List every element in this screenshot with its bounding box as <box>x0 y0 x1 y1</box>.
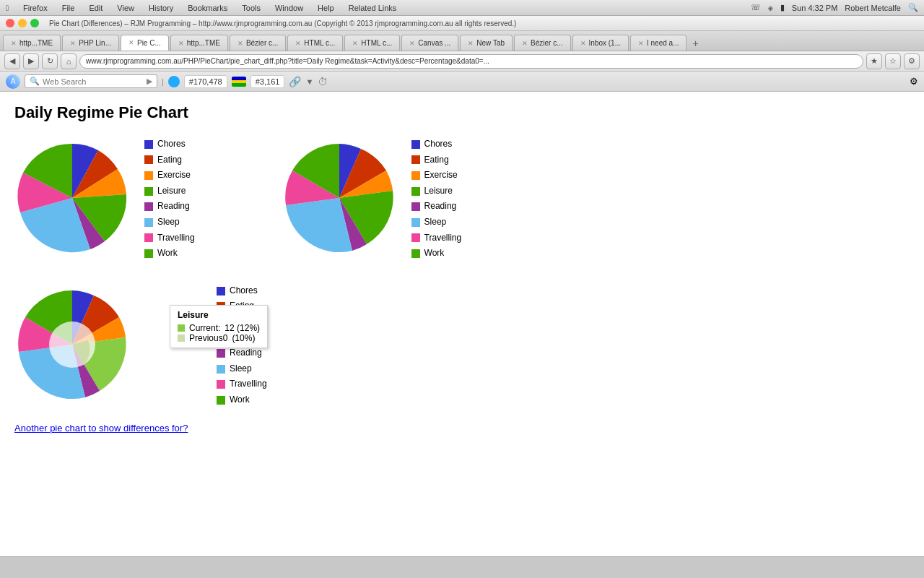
reload-button[interactable]: ↻ <box>42 53 58 69</box>
legend-chores: Chores <box>144 137 195 152</box>
legend3-label-travelling: Travelling <box>230 376 267 392</box>
tab-bar: ✕http...TME ✕PHP Lin... ✕Pie C... ✕http.… <box>0 31 924 51</box>
link-icon: 🔗 <box>289 76 301 87</box>
menu-edit[interactable]: Edit <box>89 4 103 12</box>
tab-8[interactable]: ✕New Tab <box>460 35 513 51</box>
tooltip-row-current: Current: 12 (12%) <box>178 323 260 333</box>
clock: Sun 4:32 PM <box>792 4 838 12</box>
address-bar[interactable] <box>79 54 863 69</box>
tab-2[interactable]: ✕Pie C... <box>121 35 169 51</box>
legend-color-eating <box>144 155 153 164</box>
menu-bookmarks[interactable]: Bookmarks <box>188 4 227 12</box>
chart1-pie <box>14 140 130 258</box>
tab-7[interactable]: ✕Canvas ... <box>401 35 458 51</box>
legend-label-work: Work <box>157 246 178 262</box>
tab-10[interactable]: ✕Inbox (1... <box>572 35 629 51</box>
legend-label-leisure: Leisure <box>157 184 186 199</box>
footer-link[interactable]: Another pie chart to show differences fo… <box>14 423 188 434</box>
legend2-sleep: Sleep <box>411 215 462 230</box>
legend3-work: Work <box>217 392 267 408</box>
legend3-color-work <box>217 396 225 405</box>
legend3-color-chores <box>217 287 225 296</box>
tooltip-row-previous: Previous0 (10%) <box>178 333 260 343</box>
search-icon: 🔍 <box>30 77 40 86</box>
legend-eating: Eating <box>144 152 195 168</box>
legend2-reading: Reading <box>411 199 462 215</box>
legend2-color-exercise <box>411 171 420 180</box>
menu-view[interactable]: View <box>117 4 134 12</box>
menu-file[interactable]: File <box>62 4 75 12</box>
navbar: ◀ ▶ ↻ ⌂ ★ ☆ ⚙ <box>0 51 924 72</box>
tab-9[interactable]: ✕Bézier c... <box>514 35 570 51</box>
legend-label-reading: Reading <box>157 199 190 215</box>
search-bar-wrap[interactable]: 🔍 ▶ <box>25 74 157 88</box>
chart1-container: Chores Eating Exercise Leisure Reading <box>14 137 195 262</box>
dropdown-icon[interactable]: ▼ <box>305 77 313 86</box>
traffic-lights <box>6 19 39 27</box>
rank1-badge: #170,478 <box>184 75 227 88</box>
menu-tools[interactable]: Tools <box>242 4 261 12</box>
legend2-color-reading <box>411 202 420 211</box>
legend2-label-sleep: Sleep <box>424 215 447 230</box>
tab-3[interactable]: ✕http...TME <box>170 35 228 51</box>
new-tab-button[interactable]: + <box>688 36 702 51</box>
tooltip-current-value: 12 (12%) <box>225 323 260 333</box>
apple-menu[interactable]:  <box>6 4 9 12</box>
close-button[interactable] <box>6 19 14 27</box>
forward-button[interactable]: ▶ <box>23 53 39 69</box>
minimize-button[interactable] <box>18 19 27 27</box>
tooltip-swatch-previous <box>178 335 185 342</box>
menu-window[interactable]: Window <box>275 4 303 12</box>
legend2-label-exercise: Exercise <box>424 168 458 184</box>
menu-related[interactable]: Related Links <box>349 4 397 12</box>
home-button[interactable]: ⌂ <box>61 53 77 69</box>
legend2-eating: Eating <box>411 152 462 168</box>
globe-icon <box>168 76 180 87</box>
chart3-container: Leisure Current: 12 (12%) Previous0 (10%… <box>14 283 910 408</box>
bookmark-button[interactable]: ★ <box>866 53 882 69</box>
legend2-label-leisure: Leisure <box>424 184 453 199</box>
maximize-button[interactable] <box>30 19 39 27</box>
window-title: Pie Chart (Differences) – RJM Programmin… <box>49 20 516 27</box>
tab-5[interactable]: ✕HTML c... <box>287 35 343 51</box>
legend2-label-work: Work <box>424 246 445 262</box>
settings-button[interactable]: ⚙ <box>904 53 920 69</box>
legend-exercise: Exercise <box>144 168 195 184</box>
search-icon[interactable]: 🔍 <box>908 3 918 12</box>
legend2-color-eating <box>411 155 420 164</box>
battery-icon: ▮ <box>780 3 785 12</box>
page-title: Daily Regime Pie Chart <box>14 103 910 122</box>
legend2-label-travelling: Travelling <box>424 230 462 246</box>
legend2-label-chores: Chores <box>424 137 453 152</box>
chart2-legend: Chores Eating Exercise Leisure Reading <box>411 137 462 262</box>
search-submit-icon[interactable]: ▶ <box>147 77 152 86</box>
legend3-label-sleep: Sleep <box>230 361 252 377</box>
legend-label-travelling: Travelling <box>157 230 195 246</box>
tab-6[interactable]: ✕HTML c... <box>344 35 400 51</box>
legend-label-eating: Eating <box>157 152 182 168</box>
legend2-color-travelling <box>411 233 420 242</box>
settings-gear[interactable]: ⚙ <box>910 76 918 87</box>
legend-leisure: Leisure <box>144 184 195 199</box>
legend2-color-sleep <box>411 218 420 227</box>
legend3-label-chores: Chores <box>230 283 258 299</box>
bookmark2-button[interactable]: ☆ <box>885 53 901 69</box>
menubar:  Firefox File Edit View History Bookmar… <box>0 0 924 16</box>
legend2-travelling: Travelling <box>411 230 462 246</box>
back-button[interactable]: ◀ <box>4 53 20 69</box>
tab-1[interactable]: ✕PHP Lin... <box>62 35 119 51</box>
legend2-color-leisure <box>411 187 420 196</box>
legend-label-exercise: Exercise <box>157 168 191 184</box>
chart1-legend: Chores Eating Exercise Leisure Reading <box>144 137 195 262</box>
wifi-icon: ⎈ <box>768 4 773 12</box>
menu-help[interactable]: Help <box>318 4 334 12</box>
menu-firefox[interactable]: Firefox <box>23 4 48 12</box>
tab-0[interactable]: ✕http...TME <box>3 35 61 51</box>
legend3-sleep: Sleep <box>217 361 267 377</box>
menu-history[interactable]: History <box>149 4 173 12</box>
legend2-work: Work <box>411 246 462 262</box>
search-input[interactable] <box>43 77 144 86</box>
tab-4[interactable]: ✕Bézier c... <box>230 35 286 51</box>
tab-11[interactable]: ✕I need a... <box>630 35 687 51</box>
tooltip-swatch-current <box>178 324 185 332</box>
